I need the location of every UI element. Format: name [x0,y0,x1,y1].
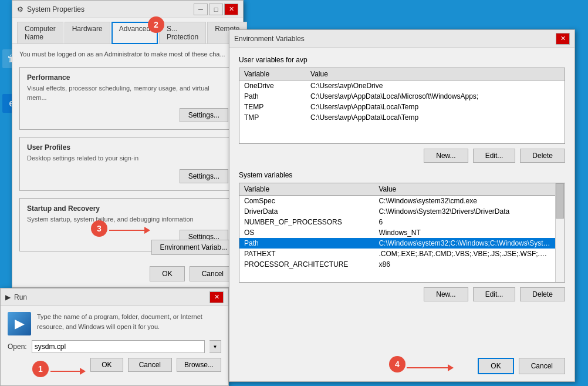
run-browse-button[interactable]: Browse... [177,358,221,372]
sys-props-controls: ─ □ ✕ [194,4,238,15]
sys-props-title-text: System Properties [27,5,85,14]
var-name: PATHEXT [239,249,374,259]
var-value: C:\Users\avp\AppData\Local\Microsoft\Win… [306,91,565,102]
run-controls: ✕ [209,291,224,303]
arrow-3 [109,227,150,234]
var-name: PROCESSOR_ARCHITECTURE [239,259,374,270]
table-row[interactable]: Path C:\Users\avp\AppData\Local\Microsof… [239,91,565,102]
var-value: Windows_NT [374,227,555,238]
var-value: C:\Windows\system32;C:\Windows;C:\Window… [374,238,555,249]
var-name: OS [239,227,374,238]
table-row[interactable]: OS Windows_NT [239,227,555,238]
var-value: .COM;.EXE;.BAT;.CMD;.VBS;.VBE;.JS;.JSE;.… [374,249,555,259]
run-description: Type the name of a program, folder, docu… [37,312,221,331]
user-vars-table-wrapper: Variable Value OneDrive C:\Users\avp\One… [239,68,565,144]
user-new-button[interactable]: New... [424,149,468,163]
env-vars-titlebar: Environment Variables ✕ [229,30,575,48]
run-dropdown-button[interactable]: ▼ [209,340,221,353]
table-row[interactable]: ComSpec C:\Windows\system32\cmd.exe [239,196,555,207]
run-input-row: Open: ▼ [8,340,221,353]
env-vars-close-button[interactable]: ✕ [556,33,570,45]
var-value: C:\Users\avp\OneDrive [306,80,565,92]
run-title-text: Run [14,293,27,301]
performance-settings-button[interactable]: Settings... [180,108,228,122]
close-button[interactable]: ✕ [224,4,238,15]
var-name: OneDrive [239,80,306,92]
sys-props-title-icon: ⚙ [17,5,23,14]
var-name: TEMP [239,102,306,112]
env-vars-footer: OK Cancel [478,358,565,374]
env-ok-button[interactable]: OK [478,358,513,374]
var-name: Path [239,238,374,249]
table-row[interactable]: TMP C:\Users\avp\AppData\Local\Temp [239,112,565,123]
run-close-button[interactable]: ✕ [209,291,224,303]
annotation-4: 4 [389,356,405,372]
run-open-label: Open: [8,343,27,351]
user-var-col-value: Value [306,68,565,80]
system-new-button[interactable]: New... [424,287,468,301]
run-input[interactable] [32,340,205,353]
scrollbar-thumb[interactable] [556,183,564,219]
annotation-2: 2 [148,16,164,33]
performance-desc: Visual effects, processor scheduling, me… [27,84,228,102]
minimize-button[interactable]: ─ [194,4,208,15]
annotation-3: 3 [91,220,107,237]
system-vars-section-title: System variables [239,171,565,179]
system-delete-button[interactable]: Delete [520,287,565,301]
startup-desc: System startup, system failure, and debu… [27,215,228,224]
arrow-4 [407,364,454,371]
table-row[interactable]: PROCESSOR_ARCHITECTURE x86 [239,259,555,270]
startup-title: Startup and Recovery [27,204,228,213]
system-vars-table: Variable Value ComSpec C:\Windows\system… [239,183,555,270]
env-cancel-button[interactable]: Cancel [519,358,565,374]
user-vars-btn-row: New... Edit... Delete [239,149,565,163]
tabs-bar: Computer Name Hardware Advanced S... Pro… [12,18,243,44]
performance-section: Performance Visual effects, processor sc… [19,67,236,130]
var-value: x86 [374,259,555,270]
system-vars-btn-row: New... Edit... Delete [239,287,565,301]
arrow-1 [50,368,86,375]
user-profiles-desc: Desktop settings related to your sign-in [27,154,228,163]
user-profiles-title: User Profiles [27,143,228,152]
sys-var-col-value: Value [374,183,555,196]
system-vars-table-wrapper: Variable Value ComSpec C:\Windows\system… [239,183,565,283]
run-titlebar: ▶ Run ✕ [1,288,228,306]
var-value: C:\Users\avp\AppData\Local\Temp [306,112,565,123]
tab-hardware[interactable]: Hardware [65,22,110,43]
env-vars-btn-container: Environment Variab... [151,240,236,255]
table-row[interactable]: DriverData C:\Windows\System32\Drivers\D… [239,206,555,217]
user-vars-section-title: User variables for avp [239,56,565,64]
run-ok-button[interactable]: OK [90,358,123,372]
run-title: ▶ Run [5,293,27,301]
performance-title: Performance [27,73,228,82]
run-cancel-button[interactable]: Cancel [128,358,172,372]
env-vars-body: User variables for avp Variable Value On… [229,48,575,318]
tab-computer-name[interactable]: Computer Name [17,22,63,43]
table-row[interactable]: OneDrive C:\Users\avp\OneDrive [239,80,565,92]
sys-props-ok-button[interactable]: OK [150,266,184,281]
user-edit-button[interactable]: Edit... [473,149,516,163]
warning-text: You must be logged on as an Administrato… [19,50,236,59]
run-icon: ▶ [8,312,31,335]
var-value: C:\Windows\system32\cmd.exe [374,196,555,207]
tab-protection[interactable]: S... Protection [159,22,206,43]
table-row[interactable]: PATHEXT .COM;.EXE;.BAT;.CMD;.VBS;.VBE;.J… [239,249,555,259]
table-row[interactable]: NUMBER_OF_PROCESSORS 6 [239,217,555,227]
var-value: 6 [374,217,555,227]
user-profiles-section: User Profiles Desktop settings related t… [19,137,236,190]
sys-var-col-variable: Variable [239,183,374,196]
run-content: ▶ Type the name of a program, folder, do… [8,312,221,335]
env-vars-controls: ✕ [556,33,570,45]
user-profiles-settings-button[interactable]: Settings... [180,169,228,183]
scrollbar-track [555,183,565,282]
var-value: C:\Windows\System32\Drivers\DriverData [374,206,555,217]
table-row-selected[interactable]: Path C:\Windows\system32;C:\Windows;C:\W… [239,238,555,249]
env-vars-title-text: Environment Variables [234,35,305,43]
user-delete-button[interactable]: Delete [520,149,565,163]
system-edit-button[interactable]: Edit... [473,287,516,301]
maximize-button[interactable]: □ [209,4,223,15]
sys-props-title: ⚙ System Properties [17,5,85,14]
environment-variables-button[interactable]: Environment Variab... [151,240,236,255]
var-name: Path [239,91,306,102]
table-row[interactable]: TEMP C:\Users\avp\AppData\Local\Temp [239,102,565,112]
